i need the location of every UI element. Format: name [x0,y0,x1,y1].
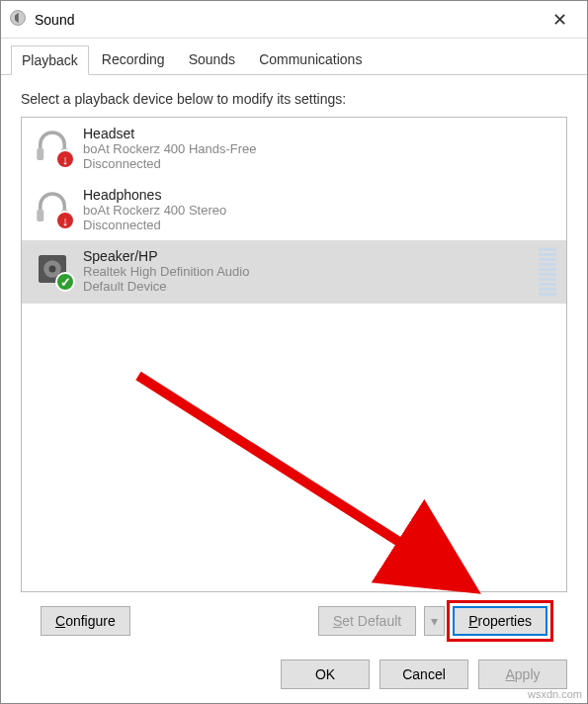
device-sub: Realtek High Definition Audio [83,264,533,279]
headset-icon: ↓ [32,126,73,167]
bottom-button-row: Configure Set Default ▾ Properties [21,592,567,650]
tab-playback[interactable]: Playback [11,45,89,75]
down-arrow-badge: ↓ [55,149,75,169]
cancel-button[interactable]: Cancel [379,660,468,689]
titlebar: Sound ✕ [1,1,587,39]
device-row[interactable]: ✓ Speaker/HP Realtek High Definition Aud… [22,240,566,304]
ok-button[interactable]: OK [281,660,370,689]
device-info: Headphones boAt Rockerz 400 Stereo Disco… [83,187,556,232]
configure-button[interactable]: Configure [41,606,130,636]
device-name: Headset [83,126,556,141]
tab-strip: Playback Recording Sounds Communications [1,39,587,75]
device-sub: boAt Rockerz 400 Hands-Free [83,141,556,156]
prompt-text: Select a playback device below to modify… [21,91,567,107]
device-name: Speaker/HP [83,248,533,264]
close-button[interactable]: ✕ [540,9,579,31]
device-status: Disconnected [83,218,556,232]
device-row[interactable]: ↓ Headphones boAt Rockerz 400 Stereo Dis… [22,179,566,240]
headset-icon: ↓ [32,187,73,228]
app-icon [9,9,27,31]
properties-button[interactable]: Properties [453,606,547,636]
svg-rect-3 [37,210,43,221]
device-info: Headset boAt Rockerz 400 Hands-Free Disc… [83,126,556,171]
device-info: Speaker/HP Realtek High Definition Audio… [83,248,533,294]
tab-sounds[interactable]: Sounds [178,44,246,74]
device-name: Headphones [83,187,556,203]
device-row[interactable]: ↓ Headset boAt Rockerz 400 Hands-Free Di… [22,118,566,179]
apply-button[interactable]: Apply [478,660,567,689]
tab-communications[interactable]: Communications [248,44,373,74]
set-default-dropdown[interactable]: ▾ [424,606,445,636]
dialog-button-row: OK Cancel Apply [1,650,587,703]
check-badge: ✓ [55,272,75,292]
svg-rect-1 [37,148,43,160]
sound-dialog: Sound ✕ Playback Recording Sounds Commun… [0,0,588,704]
device-status: Default Device [83,279,533,294]
window-title: Sound [35,12,540,28]
tab-recording[interactable]: Recording [91,44,176,74]
speaker-icon: ✓ [32,248,73,290]
down-arrow-badge: ↓ [55,211,75,230]
tab-content: Select a playback device below to modify… [1,75,587,650]
device-list: ↓ Headset boAt Rockerz 400 Hands-Free Di… [21,117,567,592]
device-sub: boAt Rockerz 400 Stereo [83,203,556,218]
set-default-button[interactable]: Set Default [318,606,416,636]
svg-point-7 [49,266,56,273]
watermark: wsxdn.com [528,688,582,700]
device-status: Disconnected [83,156,556,171]
level-meter [539,248,556,296]
